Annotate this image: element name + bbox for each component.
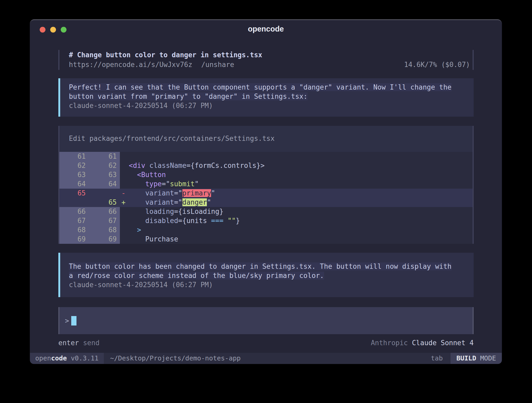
send-hint: enter send <box>58 338 100 347</box>
edit-tool-block: Edit packages/frontend/src/containers/Se… <box>58 126 474 244</box>
diff-row: 65+ variant="danger" <box>59 198 473 207</box>
diff-sign <box>120 161 129 170</box>
tab-key-hint: tab <box>431 353 443 364</box>
opencode-window: opencode # Change button color to danger… <box>30 19 502 364</box>
model-indicator: Anthropic Claude Sonnet 4 <box>371 338 474 347</box>
diff-row: 6868 > <box>59 225 473 235</box>
diff-sign <box>120 225 129 235</box>
diff-row: 6262<div className={formCs.controls}> <box>59 161 473 170</box>
session-header: # Change button color to danger in setti… <box>58 50 474 70</box>
diff-sign <box>120 216 129 225</box>
diff-sign <box>120 152 129 161</box>
app-version-chip: opencode v0.3.11 <box>30 353 104 364</box>
diff-gutter: 6969 <box>59 235 120 244</box>
diff-code-line: > <box>129 225 473 235</box>
diff-code-line: loading={isLoading} <box>129 207 473 216</box>
diff-gutter: 6767 <box>59 216 120 225</box>
diff-row: 65- variant="primary" <box>59 189 473 198</box>
diff-sign <box>120 170 129 179</box>
diff-sign: - <box>120 189 129 198</box>
context-stats: 14.6K/7% ($0.07) <box>404 61 470 69</box>
diff-row: 6767 disabled={units === ""} <box>59 216 473 225</box>
diff-row: 6464 type="submit" <box>59 179 473 189</box>
diff-gutter: 65 <box>59 189 120 198</box>
diff-gutter: 6464 <box>59 179 120 189</box>
diff-sign <box>120 179 129 189</box>
message-text: The button color has been changed to dan… <box>69 262 455 280</box>
diff-code-line: disabled={units === ""} <box>129 216 473 225</box>
assistant-message: The button color has been changed to dan… <box>58 253 474 297</box>
diff-sign: + <box>120 198 129 207</box>
diff-gutter: 6262 <box>59 161 120 170</box>
working-directory: ~/Desktop/Projects/demo-notes-app <box>110 353 241 364</box>
message-text: Perfect! I can see that the Button compo… <box>69 83 455 101</box>
diff-code-line: <Button <box>129 170 473 179</box>
diff-gutter: 6161 <box>59 152 120 161</box>
diff-sign <box>120 235 129 244</box>
hint-bar: enter send Anthropic Claude Sonnet 4 <box>58 338 474 347</box>
diff-gutter: 6868 <box>59 225 120 235</box>
titlebar: opencode <box>30 20 502 38</box>
diff-gutter: 6363 <box>59 170 120 179</box>
diff-row: 6363 <Button <box>59 170 473 179</box>
message-meta: claude-sonnet-4-20250514 (06:27 PM) <box>69 101 465 110</box>
diff-code-line <box>129 152 473 161</box>
unshare-command[interactable]: /unshare <box>201 61 234 69</box>
diff-code-line: variant="danger" <box>129 198 473 207</box>
diff-code-line: variant="primary" <box>129 189 473 198</box>
status-bar: opencode v0.3.11 ~/Desktop/Projects/demo… <box>30 353 502 364</box>
share-url-link[interactable]: https://opencode.ai/s/UwJxv76z <box>69 61 192 69</box>
prompt-chevron-icon: > <box>65 317 69 325</box>
diff-gutter: 65 <box>59 198 120 207</box>
diff-table: 61616262<div className={formCs.controls}… <box>59 152 473 244</box>
diff-row: 6161 <box>59 152 473 161</box>
window-title: opencode <box>30 25 502 33</box>
diff-row: 6969 Purchase <box>59 235 473 244</box>
assistant-message: Perfect! I can see that the Button compo… <box>58 78 474 117</box>
diff-code-line: type="submit" <box>129 179 473 189</box>
diff-sign <box>120 207 129 216</box>
message-meta: claude-sonnet-4-20250514 (06:27 PM) <box>69 280 465 290</box>
edit-tool-header: Edit packages/frontend/src/containers/Se… <box>59 126 473 152</box>
build-mode-badge: BUILD MODE <box>451 353 502 364</box>
prompt-input[interactable]: > <box>58 307 474 334</box>
diff-row: 6666 loading={isLoading} <box>59 207 473 216</box>
diff-gutter: 6666 <box>59 207 120 216</box>
text-cursor <box>71 316 76 326</box>
diff-code-line: <div className={formCs.controls}> <box>129 161 473 170</box>
diff-code-line: Purchase <box>129 235 473 244</box>
session-title: # Change button color to danger in setti… <box>69 50 470 60</box>
